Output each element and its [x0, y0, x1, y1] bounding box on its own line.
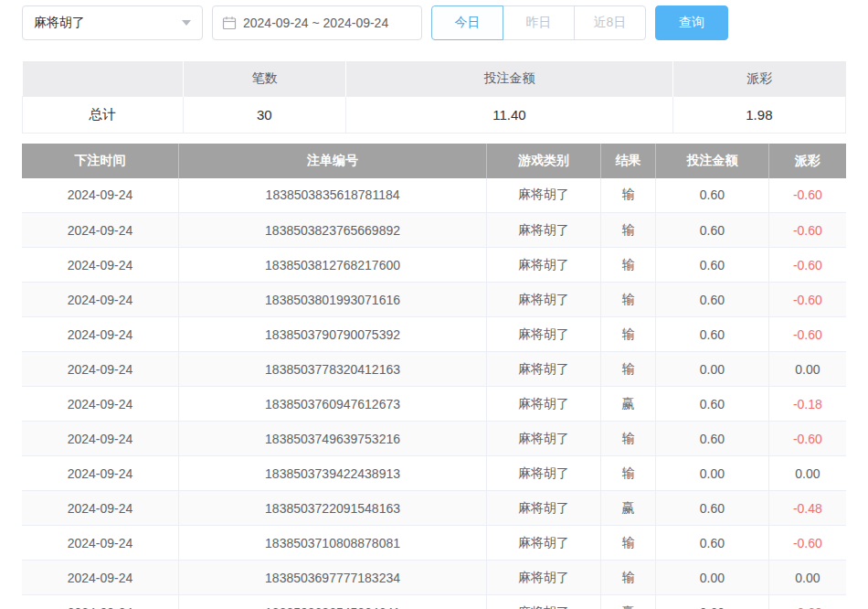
summary-total-payout: 1.98: [672, 96, 845, 133]
table-header-row: 下注时间注单编号游戏类别结果投注金额派彩: [22, 144, 846, 178]
cell-game: 麻将胡了: [487, 595, 600, 609]
table-row: 2024-09-241838503749639753216麻将胡了输0.60-0…: [22, 422, 846, 456]
cell-payout: -0.60: [768, 422, 846, 456]
cell-payout: -0.48: [768, 491, 846, 526]
cell-result: 赢: [600, 387, 655, 422]
cell-result: 赢: [600, 595, 655, 609]
table-row: 2024-09-241838503790790075392麻将胡了输0.60-0…: [22, 317, 846, 352]
column-header: 游戏类别: [487, 144, 600, 178]
cell-game: 麻将胡了: [487, 178, 600, 213]
cell-payout: -0.60: [768, 178, 846, 213]
cell-result: 输: [600, 561, 655, 595]
cell-result: 输: [600, 178, 655, 213]
cell-game: 麻将胡了: [487, 213, 600, 248]
cell-date: 2024-09-24: [22, 422, 178, 456]
bets-table: 下注时间注单编号游戏类别结果投注金额派彩 2024-09-24183850383…: [22, 144, 846, 609]
cell-result: 输: [600, 317, 655, 352]
table-body: 2024-09-241838503835618781184麻将胡了输0.60-0…: [22, 178, 846, 609]
cell-game: 麻将胡了: [487, 526, 600, 561]
page: 麻将胡了 2024-09-24 ~ 2024-09-24 今日昨日近8日 查询 …: [0, 0, 868, 609]
cell-bet-id: 1838503778320412163: [178, 352, 486, 387]
cell-bet-amount: 0.60: [656, 595, 769, 609]
cell-date: 2024-09-24: [22, 317, 178, 352]
cell-date: 2024-09-24: [22, 248, 178, 283]
cell-bet-id: 1838503823765669892: [178, 213, 486, 248]
quick-filter-yesterday[interactable]: 昨日: [503, 5, 575, 40]
cell-game: 麻将胡了: [487, 456, 600, 491]
cell-result: 输: [600, 248, 655, 283]
summary-table: 笔数 投注金额 派彩 总计 30 11.40 1.98: [22, 61, 846, 134]
cell-game: 麻将胡了: [487, 248, 600, 283]
cell-payout: 0.00: [768, 561, 846, 595]
cell-payout: -0.60: [768, 283, 846, 317]
column-header: 结果: [600, 144, 655, 178]
column-header: 投注金额: [656, 144, 769, 178]
cell-date: 2024-09-24: [22, 213, 178, 248]
cell-date: 2024-09-24: [22, 595, 178, 609]
cell-bet-id: 1838503739422438913: [178, 456, 486, 491]
quick-filter-last8days[interactable]: 近8日: [574, 5, 646, 40]
table-row: 2024-09-241838503697777183234麻将胡了输0.000.…: [22, 561, 846, 595]
table-row: 2024-09-241838503739422438913麻将胡了输0.000.…: [22, 456, 846, 491]
cell-bet-id: 1838503812768217600: [178, 248, 486, 283]
cell-game: 麻将胡了: [487, 283, 600, 317]
cell-payout: -0.60: [768, 526, 846, 561]
cell-bet-amount: 0.60: [656, 526, 769, 561]
cell-result: 输: [600, 283, 655, 317]
cell-bet-amount: 0.00: [656, 456, 769, 491]
table-row: 2024-09-241838503710808878081麻将胡了输0.60-0…: [22, 526, 846, 561]
table-row: 2024-09-241838503812768217600麻将胡了输0.60-0…: [22, 248, 846, 283]
cell-bet-id: 1838503760947612673: [178, 387, 486, 422]
cell-bet-id: 1838503801993071616: [178, 283, 486, 317]
cell-payout: -0.60: [768, 317, 846, 352]
cell-bet-amount: 0.00: [656, 561, 769, 595]
cell-game: 麻将胡了: [487, 352, 600, 387]
column-header: 下注时间: [22, 144, 178, 178]
cell-payout: 0.00: [768, 352, 846, 387]
cell-payout: -0.18: [768, 387, 846, 422]
table-row: 2024-09-241838503823765669892麻将胡了输0.60-0…: [22, 213, 846, 248]
cell-game: 麻将胡了: [487, 422, 600, 456]
chevron-down-icon: [182, 20, 191, 26]
table-row: 2024-09-241838503778320412163麻将胡了输0.000.…: [22, 352, 846, 387]
column-header: 注单编号: [178, 144, 486, 178]
date-range-input[interactable]: 2024-09-24 ~ 2024-09-24: [212, 5, 422, 40]
cell-result: 赢: [600, 491, 655, 526]
game-select-value: 麻将胡了: [34, 15, 85, 31]
quick-filter-today[interactable]: 今日: [431, 5, 503, 40]
summary-total-label: 总计: [23, 96, 184, 133]
summary-header-row: 笔数 投注金额 派彩: [23, 61, 846, 96]
table-row: 2024-09-241838503835618781184麻将胡了输0.60-0…: [22, 178, 846, 213]
cell-result: 输: [600, 456, 655, 491]
table-row: 2024-09-241838503801993071616麻将胡了输0.60-0…: [22, 283, 846, 317]
cell-bet-amount: 0.60: [656, 387, 769, 422]
summary-total-bet-amount: 11.40: [346, 96, 673, 133]
cell-date: 2024-09-24: [22, 561, 178, 595]
cell-bet-amount: 0.60: [656, 178, 769, 213]
cell-bet-id: 1838503835618781184: [178, 178, 486, 213]
table-row: 2024-09-241838503760947612673麻将胡了赢0.60-0…: [22, 387, 846, 422]
calendar-icon: [222, 16, 237, 30]
table-row: 2024-09-241838503686545264641麻将胡了赢0.60-0…: [22, 595, 846, 609]
cell-bet-id: 1838503697777183234: [178, 561, 486, 595]
summary-header-payout: 派彩: [672, 61, 845, 96]
cell-game: 麻将胡了: [487, 491, 600, 526]
cell-game: 麻将胡了: [487, 317, 600, 352]
cell-payout: -0.60: [768, 595, 846, 609]
cell-date: 2024-09-24: [22, 352, 178, 387]
cell-payout: 0.00: [768, 456, 846, 491]
cell-date: 2024-09-24: [22, 387, 178, 422]
cell-date: 2024-09-24: [22, 178, 178, 213]
cell-payout: -0.60: [768, 213, 846, 248]
game-select[interactable]: 麻将胡了: [22, 5, 203, 40]
cell-bet-id: 1838503686545264641: [178, 595, 486, 609]
cell-date: 2024-09-24: [22, 526, 178, 561]
cell-date: 2024-09-24: [22, 491, 178, 526]
summary-header-blank: [23, 61, 184, 96]
summary-header-count: 笔数: [183, 61, 345, 96]
search-button[interactable]: 查询: [655, 5, 728, 40]
quick-filter-group: 今日昨日近8日: [431, 5, 646, 40]
cell-bet-id: 1838503749639753216: [178, 422, 486, 456]
cell-bet-amount: 0.60: [656, 283, 769, 317]
cell-result: 输: [600, 526, 655, 561]
